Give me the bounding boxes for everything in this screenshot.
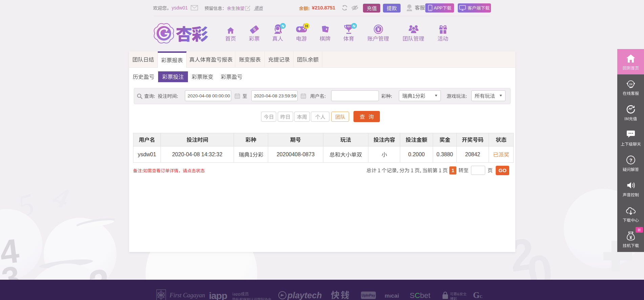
svg-text:?: ? <box>629 157 632 163</box>
svg-text:24: 24 <box>629 83 632 86</box>
